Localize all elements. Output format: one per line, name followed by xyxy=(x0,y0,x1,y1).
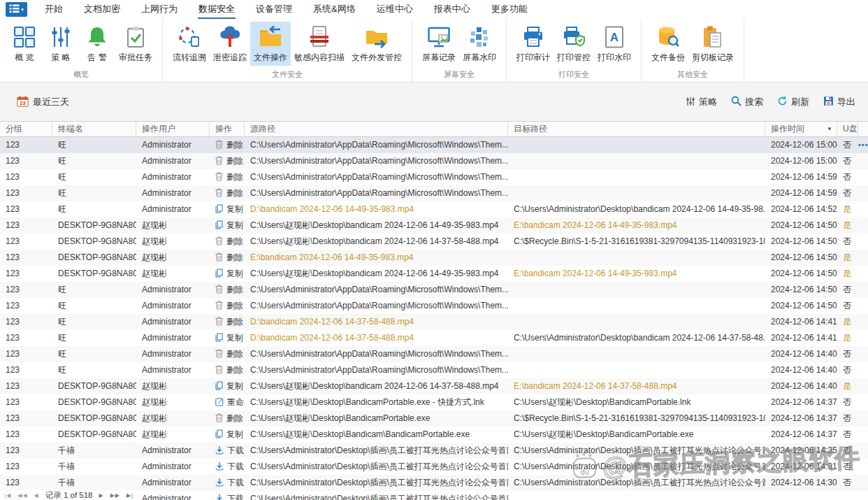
table-row[interactable]: 123旺Administrator删除C:\Users\Administrato… xyxy=(0,282,868,298)
operation-cell: 删除 xyxy=(210,314,245,330)
table-row[interactable]: 123千禧Administrator下载C:\Users\Administrat… xyxy=(0,475,868,491)
terminal-cell: 千禧 xyxy=(52,475,136,491)
app-menu-button[interactable]: ▾ xyxy=(6,2,27,17)
ribbon-item-print-control[interactable]: 打印管控 xyxy=(554,22,594,66)
table-row[interactable]: 123DESKTOP-9G8NA80赵现彬复制C:\Users\赵现彬\Desk… xyxy=(0,427,868,443)
column-header-user[interactable]: 操作用户 xyxy=(136,122,210,136)
tab-web-behavior[interactable]: 上网行为 xyxy=(131,0,188,19)
target-path-cell: C:\$Recycle.Bin\S-1-5-21-3161619381-3297… xyxy=(508,410,765,427)
tab-report-center[interactable]: 报表中心 xyxy=(424,0,481,19)
group-cell: 123 xyxy=(0,378,52,394)
usb-cell: 是 xyxy=(837,250,858,266)
terminal-cell: 旺 xyxy=(52,362,136,378)
source-path-cell: C:\Users\赵现彬\Desktop\bandicam 2024-12-06… xyxy=(245,217,508,234)
ribbon-item-file-operation[interactable]: 文件操作 xyxy=(250,22,291,66)
export-button[interactable]: 导出 xyxy=(823,96,855,108)
table-row[interactable]: 123千禧Administrator下载C:\Users\Administrat… xyxy=(0,459,868,475)
table-row[interactable]: 123旺Administrator删除C:\Users\Administrato… xyxy=(0,153,868,169)
ribbon-item-sensitive-content-scan[interactable]: 敏感内容扫描 xyxy=(291,22,348,66)
operation-cell: 删除 xyxy=(210,153,245,169)
ribbon-item-clipboard-record[interactable]: 剪切板记录 xyxy=(688,22,737,66)
source-path-cell: C:\Users\赵现彬\Desktop\BandicamPortable.ex… xyxy=(245,410,508,427)
group-cell: 123 xyxy=(0,234,52,250)
table-row[interactable]: 123DESKTOP-9G8NA80赵现彬重命名C:\Users\赵现彬\Des… xyxy=(0,394,868,410)
source-path-cell: C:\Users\Administrator\AppData\Roaming\M… xyxy=(245,169,508,185)
ribbon-item-print-watermark[interactable]: A 打印水印 xyxy=(594,22,635,66)
tab-ops-center[interactable]: 运维中心 xyxy=(366,0,424,19)
operation-cell: 删除 xyxy=(210,250,245,266)
tab-data-security[interactable]: 数据安全 xyxy=(188,0,245,19)
user-cell: 赵现彬 xyxy=(136,234,210,250)
refresh-button[interactable]: 刷新 xyxy=(777,96,809,108)
group-cell: 123 xyxy=(0,217,52,234)
target-path-cell xyxy=(508,137,765,153)
source-path-cell: C:\Users\Administrator\AppData\Roaming\M… xyxy=(245,185,508,201)
ribbon-item-leak-trace[interactable]: 泄密追踪 xyxy=(210,22,250,66)
column-header-usb[interactable]: U盘 xyxy=(837,122,858,136)
table-row[interactable]: 123旺Administrator删除C:\Users\Administrato… xyxy=(0,137,868,153)
ribbon-item-print-audit[interactable]: 打印审计 xyxy=(513,22,554,66)
column-header-operation[interactable]: 操作 xyxy=(210,122,245,136)
column-header-group[interactable]: 分组 xyxy=(0,122,52,136)
tab-device-management[interactable]: 设备管理 xyxy=(245,0,303,19)
table-row[interactable]: 123旺Administrator删除D:\bandicam 2024-12-0… xyxy=(0,314,868,330)
table-row[interactable]: 123旺Administrator复制D:\bandicam 2024-12-0… xyxy=(0,330,868,346)
ribbon-item-policy[interactable]: 策 略 xyxy=(43,22,79,66)
tab-more-functions[interactable]: 更多功能 xyxy=(481,0,538,19)
ribbon-item-screen-record[interactable]: 屏幕记录 xyxy=(419,22,459,66)
pager-last-button[interactable]: ▶| xyxy=(126,492,133,499)
date-range-filter[interactable]: 23 最近三天 xyxy=(17,96,69,109)
policy-button[interactable]: 策略 xyxy=(686,96,717,108)
ribbon-item-file-backup[interactable]: 文件备份 xyxy=(648,22,688,66)
user-cell: Administrator xyxy=(136,475,210,491)
terminal-cell: 千禧 xyxy=(52,459,136,475)
table-row[interactable]: 123旺Administrator删除C:\Users\Administrato… xyxy=(0,169,868,185)
table-row[interactable]: 123DESKTOP-9G8NA80赵现彬删除C:\Users\赵现彬\Desk… xyxy=(0,410,868,427)
source-path-cell: C:\Users\Administrator\AppData\Roaming\M… xyxy=(245,137,508,153)
ribbon-item-file-outgoing-control[interactable]: 文件外发管控 xyxy=(348,22,405,66)
ribbon-group-file-security: 流转追溯 泄密追踪 文件操作 敏感内容扫描 文件外发管控 文件安全 xyxy=(163,19,412,82)
table-row[interactable]: 123DESKTOP-9G8NA80赵现彬删除C:\Users\赵现彬\Desk… xyxy=(0,234,868,250)
column-header-source-path[interactable]: 源路径 xyxy=(245,122,508,136)
table-row[interactable]: 123千禧Administrator下载C:\Users\Administrat… xyxy=(0,443,868,459)
copy-icon xyxy=(215,429,223,438)
ribbon-item-approval-tasks[interactable]: 审批任务 xyxy=(115,22,156,66)
column-header-target-path[interactable]: 目标路径 xyxy=(508,122,765,136)
target-path-cell: C:\Users\赵现彬\Desktop\BandicamPortable.ex… xyxy=(508,427,765,443)
table-row[interactable]: 123旺Administrator删除C:\Users\Administrato… xyxy=(0,185,868,201)
table-row[interactable]: 123DESKTOP-9G8NA80赵现彬复制C:\Users\赵现彬\Desk… xyxy=(0,266,868,282)
ribbon-item-alert[interactable]: 告 警 xyxy=(79,22,115,66)
row-actions-button[interactable]: ••• xyxy=(858,137,868,153)
pager-next-button[interactable]: ▶ xyxy=(99,492,103,499)
tab-doc-encryption[interactable]: 文档加密 xyxy=(73,0,131,19)
time-cell: 2024-12-06 14:40:40 xyxy=(765,346,837,362)
svg-text:A: A xyxy=(610,31,619,44)
table-row[interactable]: 123旺Administrator删除C:\Users\Administrato… xyxy=(0,346,868,362)
table-row[interactable]: 123DESKTOP-9G8NA80赵现彬复制C:\Users\赵现彬\Desk… xyxy=(0,378,868,394)
user-cell: Administrator xyxy=(136,443,210,459)
column-header-time[interactable]: 操作时间 ▼ xyxy=(765,122,837,136)
tab-system-network[interactable]: 系统&网络 xyxy=(303,0,366,19)
delete-icon xyxy=(215,236,223,245)
ribbon-item-overview[interactable]: 概 览 xyxy=(6,22,43,66)
table-row[interactable]: 123旺Administrator复制D:\bandicam 2024-12-0… xyxy=(0,201,868,217)
time-cell: 2024-12-06 14:31:04 xyxy=(765,459,837,475)
table-row[interactable]: 123旺Administrator删除C:\Users\Administrato… xyxy=(0,298,868,314)
ribbon-item-screen-watermark[interactable]: 屏幕水印 xyxy=(459,22,500,66)
column-header-terminal[interactable]: 终端名 xyxy=(52,122,136,136)
pager-first-button[interactable]: |◀ xyxy=(4,492,11,499)
row-menu-cell xyxy=(858,491,868,500)
search-button[interactable]: 搜索 xyxy=(731,96,763,108)
ribbon-item-flow-trace[interactable]: 流转追溯 xyxy=(169,22,210,66)
tab-start[interactable]: 开始 xyxy=(34,0,73,19)
usb-cell: 是 xyxy=(837,201,858,217)
pager-fast-next-button[interactable]: ▶▶ xyxy=(110,492,120,499)
pager-fast-prev-button[interactable]: ◀◀ xyxy=(17,492,27,499)
row-menu-cell xyxy=(858,394,868,410)
time-cell: 2024-12-06 14:37:08 xyxy=(765,427,837,443)
source-path-cell: C:\Users\赵现彬\Desktop\bandicam 2024-12-06… xyxy=(245,378,508,394)
pager-prev-button[interactable]: ◀ xyxy=(34,492,39,499)
table-row[interactable]: 123DESKTOP-9G8NA80赵现彬复制C:\Users\赵现彬\Desk… xyxy=(0,217,868,234)
table-row[interactable]: 123旺Administrator删除C:\Users\Administrato… xyxy=(0,362,868,378)
table-row[interactable]: 123DESKTOP-9G8NA80赵现彬删除E:\bandicam 2024-… xyxy=(0,250,868,266)
